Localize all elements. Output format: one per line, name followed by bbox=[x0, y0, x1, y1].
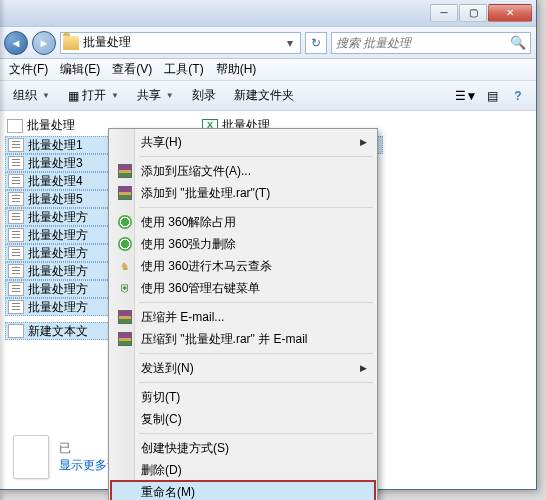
batch-file-icon bbox=[8, 282, 24, 296]
close-button[interactable]: ✕ bbox=[488, 4, 532, 22]
address-bar[interactable]: 批量处理 ▾ bbox=[60, 32, 301, 54]
search-input[interactable] bbox=[336, 36, 510, 50]
batch-file-icon bbox=[8, 300, 24, 314]
batch-file-icon bbox=[8, 264, 24, 278]
address-text: 批量处理 bbox=[83, 34, 282, 51]
help-button[interactable]: ? bbox=[506, 85, 530, 107]
cm-360-trojan-scan[interactable]: ♞使用 360进行木马云查杀 bbox=[111, 255, 375, 277]
cm-delete[interactable]: 删除(D) bbox=[111, 459, 375, 481]
menu-view[interactable]: 查看(V) bbox=[106, 59, 158, 80]
cm-send-to[interactable]: 发送到(N)▶ bbox=[111, 357, 375, 379]
rar-icon bbox=[118, 332, 132, 346]
cm-rename[interactable]: 重命名(M) bbox=[111, 481, 375, 500]
refresh-button[interactable]: ↻ bbox=[305, 32, 327, 54]
share-button[interactable]: 共享▼ bbox=[129, 84, 182, 107]
cm-create-shortcut[interactable]: 创建快捷方式(S) bbox=[111, 437, 375, 459]
gear-icon: ▦ bbox=[68, 89, 79, 103]
maximize-button[interactable]: ▢ bbox=[459, 4, 487, 22]
rar-icon bbox=[118, 310, 132, 324]
cm-cut[interactable]: 剪切(T) bbox=[111, 386, 375, 408]
open-button[interactable]: ▦打开▼ bbox=[60, 84, 127, 107]
360-icon bbox=[118, 215, 132, 229]
folder-icon bbox=[63, 36, 79, 50]
submenu-arrow-icon: ▶ bbox=[360, 363, 367, 373]
cm-360-unlock[interactable]: 使用 360解除占用 bbox=[111, 211, 375, 233]
minimize-button[interactable]: ─ bbox=[430, 4, 458, 22]
batch-file-icon bbox=[8, 138, 24, 152]
shield-icon: ⛨ bbox=[117, 280, 133, 296]
menu-tools[interactable]: 工具(T) bbox=[158, 59, 209, 80]
batch-file-icon bbox=[8, 228, 24, 242]
search-icon: 🔍 bbox=[510, 35, 526, 50]
menu-edit[interactable]: 编辑(E) bbox=[54, 59, 106, 80]
360-icon bbox=[118, 237, 132, 251]
cm-compress-rar-email[interactable]: 压缩到 "批量处理.rar" 并 E-mail bbox=[111, 328, 375, 350]
search-folder-icon bbox=[7, 119, 23, 133]
submenu-arrow-icon: ▶ bbox=[360, 137, 367, 147]
preview-pane-button[interactable]: ▤ bbox=[480, 85, 504, 107]
nav-bar: ◄ ► 批量处理 ▾ ↻ 🔍 bbox=[0, 27, 536, 59]
forward-button[interactable]: ► bbox=[32, 31, 56, 55]
search-box[interactable]: 🔍 bbox=[331, 32, 531, 54]
cm-share[interactable]: 共享(H)▶ bbox=[111, 131, 375, 153]
menu-bar: 文件(F) 编辑(E) 查看(V) 工具(T) 帮助(H) bbox=[0, 59, 536, 81]
batch-file-icon bbox=[8, 174, 24, 188]
rar-icon bbox=[118, 164, 132, 178]
menu-help[interactable]: 帮助(H) bbox=[210, 59, 263, 80]
batch-file-icon bbox=[8, 246, 24, 260]
back-button[interactable]: ◄ bbox=[4, 31, 28, 55]
cm-compress-email[interactable]: 压缩并 E-mail... bbox=[111, 306, 375, 328]
batch-file-icon bbox=[8, 156, 24, 170]
horse-icon: ♞ bbox=[117, 258, 133, 274]
organize-button[interactable]: 组织▼ bbox=[5, 84, 58, 107]
file-preview-icon bbox=[13, 435, 49, 479]
rar-icon bbox=[118, 186, 132, 200]
chevron-down-icon[interactable]: ▾ bbox=[282, 36, 298, 50]
titlebar: ─ ▢ ✕ bbox=[0, 0, 536, 27]
cm-360-force-delete[interactable]: 使用 360强力删除 bbox=[111, 233, 375, 255]
cm-add-archive[interactable]: 添加到压缩文件(A)... bbox=[111, 160, 375, 182]
burn-button[interactable]: 刻录 bbox=[184, 84, 224, 107]
cm-360-manage-menu[interactable]: ⛨使用 360管理右键菜单 bbox=[111, 277, 375, 299]
batch-file-icon bbox=[8, 192, 24, 206]
menu-file[interactable]: 文件(F) bbox=[3, 59, 54, 80]
text-file-icon bbox=[8, 324, 24, 338]
toolbar: 组织▼ ▦打开▼ 共享▼ 刻录 新建文件夹 ☰▼ ▤ ? bbox=[0, 81, 536, 111]
cm-add-rar[interactable]: 添加到 "批量处理.rar"(T) bbox=[111, 182, 375, 204]
view-options-button[interactable]: ☰▼ bbox=[454, 85, 478, 107]
cm-copy[interactable]: 复制(C) bbox=[111, 408, 375, 430]
context-menu: 共享(H)▶ 添加到压缩文件(A)... 添加到 "批量处理.rar"(T) 使… bbox=[108, 128, 378, 500]
new-folder-button[interactable]: 新建文件夹 bbox=[226, 84, 302, 107]
batch-file-icon bbox=[8, 210, 24, 224]
